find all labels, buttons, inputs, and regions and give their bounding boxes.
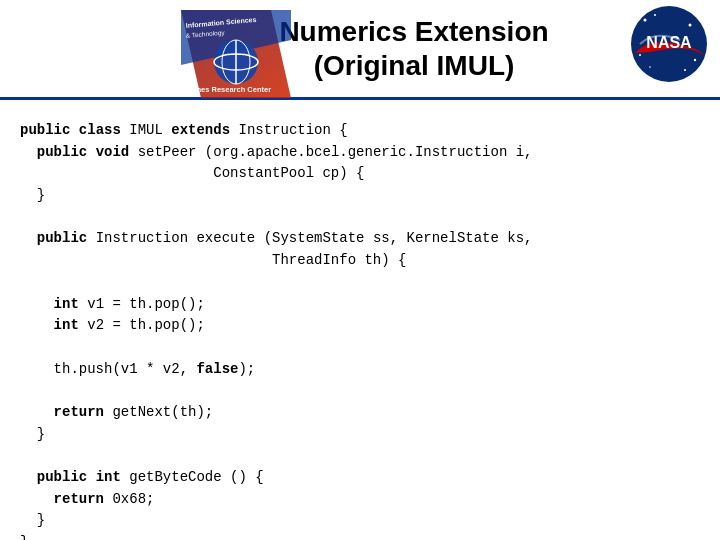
svg-point-10 (644, 19, 647, 22)
svg-point-11 (654, 14, 656, 16)
title-line1: Numerics Extension (279, 15, 548, 49)
title-line2: (Original IMUL) (279, 49, 548, 83)
header: Information Sciences & Technology Ames R… (0, 0, 720, 100)
code-content: public class IMUL extends Instruction { … (0, 100, 720, 540)
svg-text:Ames Research Center: Ames Research Center (189, 85, 271, 94)
svg-point-16 (649, 66, 651, 68)
code-block: public class IMUL extends Instruction { … (20, 120, 700, 540)
svg-point-14 (639, 54, 641, 56)
svg-point-15 (694, 59, 696, 61)
header-title: Numerics Extension (Original IMUL) (279, 15, 548, 82)
svg-point-17 (684, 69, 686, 71)
nasa-logo: NASA (630, 5, 710, 85)
ames-logo: Information Sciences & Technology Ames R… (181, 10, 289, 98)
svg-point-13 (697, 16, 699, 18)
svg-point-12 (689, 24, 692, 27)
